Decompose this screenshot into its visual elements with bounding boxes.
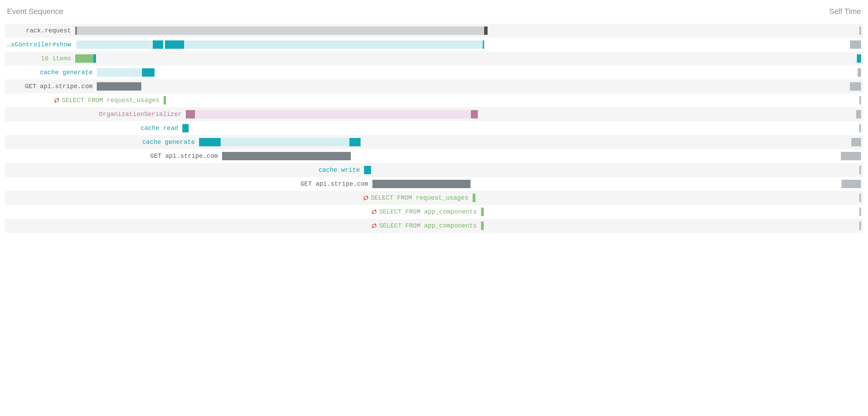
- trace-timeline[interactable]: [372, 177, 816, 191]
- self-time-bar: [859, 26, 861, 35]
- self-time: [816, 191, 861, 205]
- trace-segment[interactable]: [481, 222, 484, 230]
- trace-label-text: cache read: [141, 125, 178, 132]
- trace-segment[interactable]: [484, 26, 488, 35]
- self-time: [816, 163, 861, 177]
- trace-segment[interactable]: [93, 54, 96, 63]
- trace-label-text: …sController#show: [7, 41, 71, 48]
- trace-segment[interactable]: [97, 68, 142, 77]
- loop-icon: [371, 209, 377, 214]
- header-left: Event Sequence: [7, 7, 829, 16]
- trace-segment[interactable]: [483, 40, 484, 49]
- trace-label-text: SELECT FROM request_usages: [371, 194, 468, 201]
- trace-row[interactable]: …sController#show: [5, 38, 863, 52]
- trace-label-text: cache generate: [40, 69, 93, 76]
- trace-row[interactable]: SELECT FROM app_components: [5, 205, 863, 219]
- trace-timeline[interactable]: [164, 93, 816, 107]
- trace-label: GET api.stripe.com: [7, 180, 372, 187]
- trace-label: rack.request: [7, 27, 75, 34]
- trace-label: …sController#show: [7, 41, 75, 48]
- trace-row[interactable]: cache write: [5, 163, 863, 177]
- trace-segment[interactable]: [364, 166, 371, 174]
- trace-timeline[interactable]: [97, 79, 816, 93]
- self-time-bar: [850, 40, 861, 49]
- trace-label: OrganizationSerializer: [7, 111, 186, 118]
- self-time: [816, 79, 861, 93]
- trace-segment[interactable]: [165, 40, 184, 49]
- trace-timeline[interactable]: [364, 163, 816, 177]
- self-time: [816, 66, 861, 79]
- trace-row[interactable]: cache generate: [5, 66, 863, 79]
- self-time: [816, 93, 861, 107]
- trace-timeline[interactable]: [222, 149, 816, 163]
- self-time: [816, 107, 861, 121]
- trace-label: cache write: [7, 167, 364, 174]
- trace-segment[interactable]: [186, 110, 195, 118]
- trace-segment[interactable]: [199, 138, 221, 146]
- loop-icon: [371, 223, 377, 228]
- trace-segment[interactable]: [471, 110, 478, 118]
- loop-icon: [54, 98, 60, 103]
- trace-timeline[interactable]: [473, 191, 816, 205]
- trace-segment[interactable]: [481, 208, 484, 216]
- trace-segment[interactable]: [349, 138, 361, 146]
- trace-header: Event Sequence Self Time: [5, 7, 863, 16]
- trace-row[interactable]: SELECT FROM request_usages: [5, 191, 863, 205]
- loop-icon: [363, 195, 369, 200]
- trace-segment[interactable]: [221, 138, 349, 146]
- trace-row[interactable]: cache read: [5, 121, 863, 135]
- self-time-bar: [859, 222, 861, 230]
- trace-timeline[interactable]: [75, 38, 816, 52]
- trace-segment[interactable]: [182, 124, 189, 132]
- header-right: Self Time: [829, 7, 861, 16]
- self-time-bar: [841, 152, 861, 160]
- trace-row[interactable]: SELECT FROM app_components: [5, 219, 863, 233]
- self-time-bar: [858, 68, 861, 77]
- trace-segment[interactable]: [372, 180, 471, 188]
- trace-label: SELECT FROM app_components: [7, 208, 481, 215]
- trace-row[interactable]: rack.request: [5, 24, 863, 38]
- trace-segment[interactable]: [75, 54, 93, 63]
- trace-row[interactable]: SELECT FROM request_usages: [5, 93, 863, 107]
- trace-row[interactable]: GET api.stripe.com: [5, 79, 863, 93]
- trace-timeline[interactable]: [182, 121, 816, 135]
- trace-label: SELECT FROM request_usages: [7, 97, 164, 104]
- trace-timeline[interactable]: [75, 24, 816, 38]
- trace-timeline[interactable]: [199, 135, 816, 149]
- trace-segment[interactable]: [97, 82, 141, 91]
- trace-segment[interactable]: [153, 40, 163, 49]
- trace-label: cache generate: [7, 69, 97, 76]
- trace-timeline[interactable]: [186, 107, 816, 121]
- trace-label-text: SELECT FROM app_components: [379, 222, 477, 229]
- self-time-bar: [859, 96, 861, 105]
- trace-segment[interactable]: [164, 96, 166, 105]
- trace-segment[interactable]: [142, 68, 155, 77]
- self-time: [816, 177, 861, 191]
- trace-segment[interactable]: [77, 26, 484, 35]
- trace-label-text: GET api.stripe.com: [25, 83, 93, 90]
- trace-row[interactable]: GET api.stripe.com: [5, 149, 863, 163]
- trace-row[interactable]: 16 items: [5, 52, 863, 66]
- trace-row[interactable]: OrganizationSerializer: [5, 107, 863, 121]
- trace-label: GET api.stripe.com: [7, 83, 97, 90]
- self-time-bar: [859, 208, 861, 216]
- trace-row[interactable]: cache generate: [5, 135, 863, 149]
- trace-timeline[interactable]: [481, 205, 816, 219]
- trace-segment[interactable]: [76, 40, 153, 49]
- trace-timeline[interactable]: [97, 66, 816, 79]
- trace-timeline[interactable]: [481, 219, 816, 233]
- trace-segment[interactable]: [222, 152, 351, 160]
- trace-label-text: GET api.stripe.com: [301, 180, 368, 187]
- trace-segment[interactable]: [473, 194, 475, 202]
- trace-timeline[interactable]: [75, 52, 816, 66]
- trace-label: SELECT FROM request_usages: [7, 194, 473, 201]
- self-time-bar: [842, 180, 861, 188]
- self-time-bar: [850, 82, 861, 91]
- trace-segment[interactable]: [184, 40, 483, 49]
- trace-segment[interactable]: [195, 110, 471, 118]
- trace-label: cache generate: [7, 139, 199, 146]
- self-time: [816, 205, 861, 219]
- trace-row[interactable]: GET api.stripe.com: [5, 177, 863, 191]
- trace-label-text: SELECT FROM request_usages: [62, 97, 159, 104]
- self-time: [816, 219, 861, 233]
